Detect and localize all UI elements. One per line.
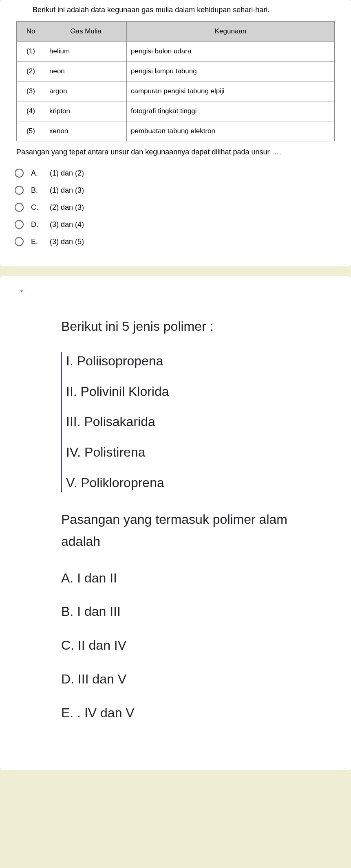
table-row: (2) neon pengisi lampu tabung [17,62,335,81]
q1-followup-text: Pasangan yang tepat antara unsur dan keg… [0,146,351,165]
polymer-item: IV. Polistirena [66,443,290,461]
q1-intro-text: Berikut ini adalah data kegunaan gas mul… [16,2,286,17]
polymer-item: III. Polisakarida [66,413,290,431]
cell-no: (2) [17,62,45,81]
option-text: (2) dan (3) [50,203,84,212]
option-letter: D. [31,220,42,229]
cell-gas: argon [45,81,127,101]
cell-no: (4) [17,101,45,121]
q2-option-c: C. II dan IV [61,636,290,655]
q2-option-e: E. . IV dan V [61,704,290,722]
table-row: (3) argon campuran pengisi tabung elpiji [17,81,335,101]
q2-option-d: D. III dan V [61,670,290,688]
cell-use: pembuatan tabung elektron [127,121,335,141]
option-letter: C. [31,203,42,212]
intro-container: Berikut ini adalah data kegunaan gas mul… [0,0,351,20]
option-e[interactable]: E. (3) dan (5) [15,233,336,250]
cell-gas: neon [45,62,127,81]
option-letter: A. [31,169,42,178]
option-text: (3) dan (4) [50,220,84,229]
header-use: Kegunaan [127,22,335,42]
cell-use: fotografi tingkat tinggi [127,101,335,121]
cell-gas: xenon [45,121,127,141]
header-no: No [17,22,45,42]
radio-icon[interactable] [15,186,24,195]
option-c[interactable]: C. (2) dan (3) [15,199,336,216]
q2-question-text: Pasangan yang termasuk polimer alam adal… [61,508,290,553]
option-text: (3) dan (5) [50,237,84,246]
option-a[interactable]: A. (1) dan (2) [15,165,336,182]
header-gas: Gas Mulia [45,22,127,42]
table-row: (1) helium pengisi balon udara [17,42,335,62]
option-letter: B. [31,186,42,195]
polymer-item: II. Polivinil Klorida [66,382,290,401]
q2-option-b: B. I dan III [61,602,290,621]
table-row: (5) xenon pembuatan tabung elektron [17,121,335,141]
cell-use: campuran pengisi tabung elpiji [127,81,335,101]
q1-options: A. (1) dan (2) B. (1) dan (3) C. (2) dan… [0,165,351,250]
required-asterisk: * [20,288,331,297]
radio-icon[interactable] [15,237,24,246]
polymer-item: V. Polikloroprena [66,474,290,492]
polymer-list: I. Poliisopropena II. Polivinil Klorida … [61,352,290,492]
option-b[interactable]: B. (1) dan (3) [15,182,336,199]
q2-option-a: A. I dan II [61,569,290,587]
question-card-1: Berikut ini adalah data kegunaan gas mul… [0,0,351,266]
radio-icon[interactable] [15,220,24,229]
cell-no: (3) [17,81,45,101]
table-header-row: No Gas Mulia Kegunaan [17,22,335,42]
option-text: (1) dan (3) [50,186,84,195]
table-row: (4) kripton fotografi tingkat tinggi [17,101,335,121]
cell-use: pengisi balon udara [127,42,335,62]
option-text: (1) dan (2) [50,169,84,178]
option-letter: E. [31,237,42,246]
radio-icon[interactable] [15,169,24,178]
q2-content: Berikut ini 5 jenis polimer : I. Poliiso… [20,317,331,722]
question-card-2: * Berikut ini 5 jenis polimer : I. Polii… [0,276,351,770]
cell-use: pengisi lampu tabung [127,62,335,81]
cell-gas: helium [45,42,127,62]
q2-intro-text: Berikut ini 5 jenis polimer : [61,317,290,336]
radio-icon[interactable] [15,203,24,212]
cell-no: (5) [17,121,45,141]
cell-no: (1) [17,42,45,62]
noble-gas-table: No Gas Mulia Kegunaan (1) helium pengisi… [16,21,335,141]
polymer-item: I. Poliisopropena [66,352,290,370]
cell-gas: kripton [45,101,127,121]
option-d[interactable]: D. (3) dan (4) [15,216,336,233]
